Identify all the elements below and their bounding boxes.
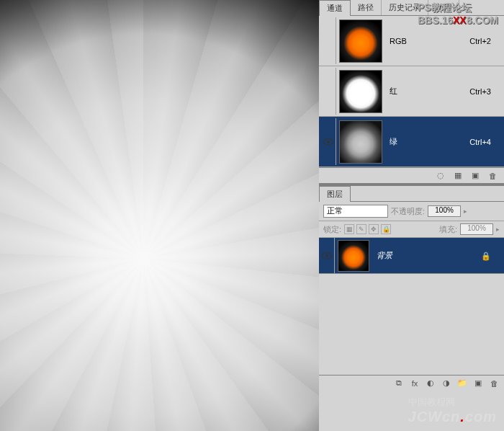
opacity-arrow-icon[interactable]: ▸ [464, 208, 467, 215]
channel-thumb-green [339, 120, 382, 164]
delete-channel-icon[interactable]: 🗑 [487, 170, 498, 182]
tab-layers[interactable]: 图层 [319, 186, 351, 202]
layers-controls-row2: 锁定: ▦ ✎ ✥ 🔒 填充: 100% ▸ [319, 221, 504, 238]
load-selection-icon[interactable]: ◌ [435, 170, 446, 182]
panels-sidebar: 通道 路径 历史记录 动作 RGB Ctrl+2 红 Ctrl+3 绿 Ctrl… [319, 0, 504, 431]
fill-arrow-icon[interactable]: ▸ [496, 226, 500, 233]
layers-panel: 图层 正常 不透明度: 100% ▸ 锁定: ▦ ✎ ✥ 🔒 填充: 100% … [319, 186, 504, 391]
channel-name: 绿 [385, 136, 469, 147]
visibility-toggle[interactable] [320, 68, 336, 115]
channel-thumb-red [339, 70, 382, 113]
watermark-prefix: BBS.16 [418, 14, 453, 26]
new-channel-icon[interactable]: ▣ [469, 170, 481, 182]
new-layer-icon[interactable]: ▣ [472, 378, 484, 389]
watermark-xx: XX [453, 14, 467, 26]
channel-shortcut: Ctrl+4 [469, 138, 503, 146]
tab-paths[interactable]: 路径 [351, 0, 382, 15]
flower-petals-texture [0, 0, 319, 431]
watermark-suffix: 8.COM [467, 14, 498, 26]
fill-group: 填充: 100% ▸ [439, 223, 500, 235]
blend-mode-select[interactable]: 正常 [323, 205, 388, 218]
eye-icon [322, 252, 332, 259]
adjustment-layer-icon[interactable]: ◑ [441, 378, 452, 389]
layers-empty-area [319, 274, 504, 375]
lock-icon: 🔒 [481, 252, 490, 260]
channels-footer: ◌ ▦ ▣ 🗑 [319, 167, 504, 183]
layer-name: 背景 [372, 250, 481, 261]
lock-position-icon[interactable]: ✥ [369, 224, 379, 234]
layers-footer: ⧉ fx ◐ ◑ 📁 ▣ 🗑 [319, 375, 504, 391]
delete-layer-icon[interactable]: 🗑 [488, 378, 500, 389]
fill-label: 填充: [439, 224, 457, 235]
save-selection-icon[interactable]: ▦ [452, 170, 464, 182]
layer-style-icon[interactable]: fx [409, 378, 420, 389]
watermark-com: com [465, 409, 497, 425]
layer-row-background[interactable]: 背景 🔒 [319, 238, 504, 274]
watermark-top: PS教程论坛 BBS.16XX8.COM [418, 1, 498, 26]
layers-panel-tabs: 图层 [319, 186, 504, 202]
opacity-label: 不透明度: [391, 206, 425, 217]
layers-controls-row1: 正常 不透明度: 100% ▸ [319, 202, 504, 221]
lock-transparency-icon[interactable]: ▦ [344, 224, 354, 234]
visibility-toggle[interactable] [320, 118, 336, 165]
fill-input[interactable]: 100% [460, 223, 493, 235]
watermark-jcw: JCWcn [408, 409, 461, 425]
visibility-toggle[interactable] [319, 238, 335, 273]
channel-thumb-rgb [339, 19, 382, 63]
layer-list: 背景 🔒 [319, 238, 504, 274]
layer-thumb [338, 240, 369, 272]
layer-mask-icon[interactable]: ◐ [425, 378, 436, 389]
link-layers-icon[interactable]: ⧉ [393, 378, 405, 389]
channel-name: 红 [385, 86, 469, 97]
visibility-toggle[interactable] [320, 17, 336, 64]
lock-icons-group: ▦ ✎ ✥ 🔒 [344, 224, 391, 234]
lock-all-icon[interactable]: 🔒 [381, 224, 391, 234]
channel-row-red[interactable]: 红 Ctrl+3 [319, 66, 504, 117]
lock-pixels-icon[interactable]: ✎ [356, 224, 366, 234]
channel-shortcut: Ctrl+2 [469, 37, 503, 45]
channel-row-green[interactable]: 绿 Ctrl+4 [319, 117, 504, 167]
channel-shortcut: Ctrl+3 [469, 87, 503, 96]
channel-list: RGB Ctrl+2 红 Ctrl+3 绿 Ctrl+4 [319, 16, 504, 167]
watermark-bottom: 中国教程网 JCWcn.com [408, 396, 497, 425]
tab-channels[interactable]: 通道 [319, 0, 351, 16]
watermark-top-line1: PS教程论坛 [418, 1, 498, 14]
channel-name: RGB [385, 37, 469, 45]
canvas-area[interactable] [0, 0, 319, 431]
grayscale-flower-image [0, 0, 319, 431]
eye-icon [323, 138, 333, 146]
watermark-bottom-cn: 中国教程网 [408, 396, 497, 409]
group-icon[interactable]: 📁 [456, 378, 468, 389]
opacity-input[interactable]: 100% [428, 205, 461, 217]
lock-label: 锁定: [323, 224, 341, 235]
